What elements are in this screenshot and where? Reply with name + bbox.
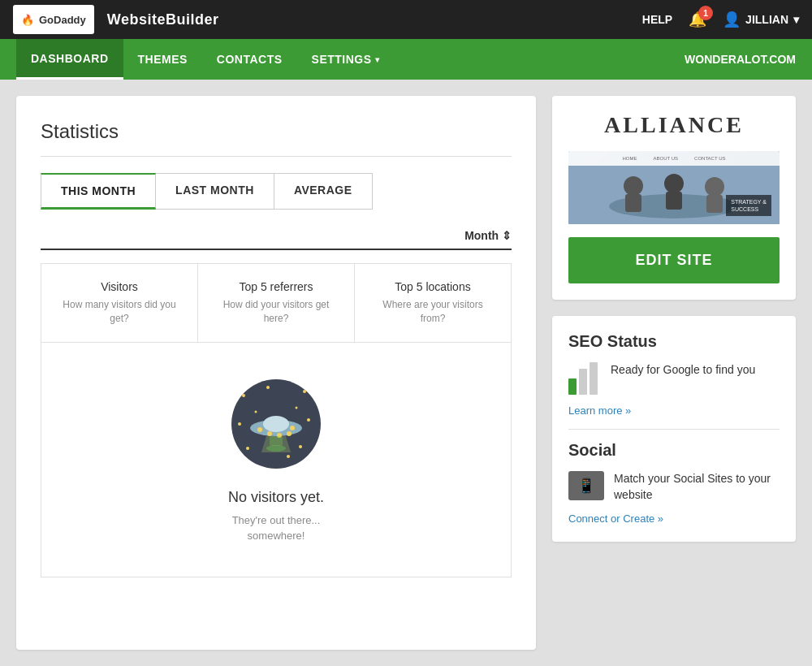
notification-bell[interactable]: 🔔 1 [689, 11, 706, 28]
tab-this-month[interactable]: THIS MONTH [41, 173, 156, 210]
social-share-icon: 📱 [577, 477, 595, 495]
site-preview-image: HOME ABOUT US CONTACT US [568, 151, 780, 224]
user-name: JILLIAN [745, 13, 788, 26]
notification-count: 1 [698, 6, 713, 20]
seo-title: SEO Status [568, 332, 780, 351]
social-title: Social [568, 441, 780, 460]
user-menu[interactable]: 👤 JILLIAN ▾ [723, 11, 799, 28]
svg-point-7 [266, 386, 270, 389]
month-selector-arrows: ⇕ [502, 229, 512, 242]
edit-site-button[interactable]: EDIT SITE [568, 237, 780, 283]
ufo-illustration [227, 375, 325, 473]
svg-point-10 [296, 406, 298, 409]
social-content: 📱 Match your Social Sites to your websit… [568, 471, 780, 503]
site-preview-card: ALLIANCE HOME ABOUT US CONTACT US [552, 96, 796, 300]
flame-icon: 🔥 [21, 14, 34, 26]
tab-average[interactable]: AVERAGE [274, 173, 373, 210]
godaddy-logo[interactable]: 🔥 GoDaddy [13, 5, 94, 34]
seo-bars-chart [568, 362, 601, 395]
right-panel: ALLIANCE HOME ABOUT US CONTACT US [552, 96, 796, 650]
stats-col-locations: Top 5 locations Where are your visitors … [355, 264, 511, 342]
seo-learn-more-link[interactable]: Learn more » [568, 404, 631, 417]
site-preview-overlay: STRATEGY &SUCCESS [726, 195, 771, 216]
seo-content: Ready for Google to find you [568, 362, 780, 395]
statistics-panel: Statistics THIS MONTH LAST MONTH AVERAGE… [16, 96, 536, 650]
svg-point-9 [255, 410, 257, 413]
svg-point-17 [287, 431, 292, 436]
referrers-title: Top 5 referrers [214, 280, 338, 293]
user-icon: 👤 [723, 11, 741, 28]
svg-point-14 [257, 427, 262, 432]
help-link[interactable]: HELP [642, 13, 672, 26]
visitors-subtitle: How many visitors did you get? [58, 298, 181, 326]
social-connect-link[interactable]: Connect or Create » [568, 512, 663, 525]
svg-rect-27 [666, 192, 682, 210]
svg-point-26 [664, 174, 684, 193]
svg-point-8 [287, 455, 290, 458]
stats-columns: Visitors How many visitors did you get? … [41, 263, 512, 343]
site-url[interactable]: WONDERALOT.COM [685, 53, 796, 66]
seo-bar-2 [579, 369, 587, 395]
site-name: ALLIANCE [568, 112, 780, 138]
nav-item-contacts[interactable]: CONTACTS [202, 39, 297, 80]
stats-tabs: THIS MONTH LAST MONTH AVERAGE [41, 173, 512, 210]
seo-status-text: Ready for Google to find you [611, 362, 755, 378]
svg-point-15 [267, 431, 272, 436]
top-bar-right: HELP 🔔 1 👤 JILLIAN ▾ [642, 11, 799, 28]
svg-point-3 [238, 422, 241, 426]
locations-title: Top 5 locations [371, 280, 495, 293]
social-icon: 📱 [568, 471, 604, 500]
seo-bar-3 [590, 362, 598, 395]
top-bar: 🔥 GoDaddy WebsiteBuilder HELP 🔔 1 👤 JILL… [0, 0, 812, 39]
main-content: Statistics THIS MONTH LAST MONTH AVERAGE… [0, 80, 812, 666]
stats-col-referrers: Top 5 referrers How did your visitors ge… [198, 264, 355, 342]
social-description: Match your Social Sites to your website [614, 471, 780, 503]
nav-item-dashboard[interactable]: DASHBOARD [16, 39, 123, 80]
nav-item-settings[interactable]: SETTINGS ▾ [297, 39, 395, 80]
svg-point-4 [307, 418, 310, 422]
svg-rect-25 [625, 194, 641, 212]
empty-title: No visitors yet. [58, 489, 495, 506]
tab-last-month[interactable]: LAST MONTH [156, 173, 274, 210]
svg-point-28 [705, 177, 724, 197]
godaddy-text: GoDaddy [39, 14, 86, 26]
svg-point-19 [266, 445, 286, 452]
svg-point-12 [263, 416, 289, 432]
svg-point-24 [624, 176, 643, 196]
svg-point-1 [242, 394, 245, 397]
svg-point-5 [246, 447, 249, 450]
app-name: WebsiteBuilder [107, 11, 219, 28]
month-selector[interactable]: Month ⇕ [41, 223, 512, 250]
visitors-title: Visitors [58, 280, 181, 293]
seo-social-divider [568, 429, 780, 430]
svg-rect-29 [706, 195, 723, 213]
seo-status-card: SEO Status Ready for Google to find you … [552, 316, 796, 542]
stats-col-visitors: Visitors How many visitors did you get? [41, 264, 198, 342]
nav-item-themes[interactable]: THEMES [123, 39, 202, 80]
stats-divider [41, 156, 512, 157]
user-caret-icon: ▾ [793, 13, 799, 26]
nav-bar: DASHBOARD THEMES CONTACTS SETTINGS ▾ WON… [0, 39, 812, 80]
referrers-subtitle: How did your visitors get here? [214, 298, 338, 326]
site-preview-nav: HOME ABOUT US CONTACT US [568, 151, 780, 166]
svg-point-2 [303, 390, 306, 393]
month-label: Month [464, 229, 502, 242]
empty-state: No visitors yet. They're out there... so… [41, 343, 512, 577]
seo-bar-1 [568, 378, 577, 395]
svg-point-18 [290, 426, 295, 430]
locations-subtitle: Where are your visitors from? [371, 298, 495, 326]
svg-point-6 [299, 445, 302, 448]
settings-dropdown-icon: ▾ [375, 55, 380, 64]
empty-subtitle: They're out there... somewhere! [58, 512, 495, 544]
stats-title: Statistics [41, 120, 512, 143]
svg-rect-20 [270, 436, 283, 446]
